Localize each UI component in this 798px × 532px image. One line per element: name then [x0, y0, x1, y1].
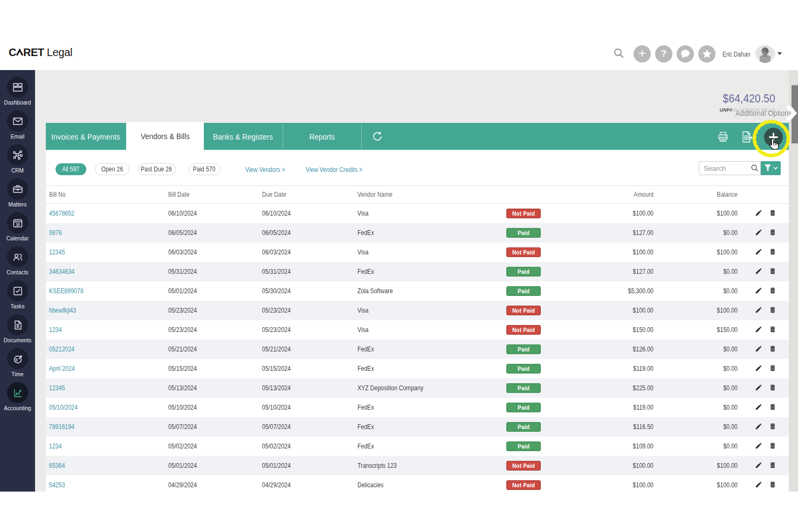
svg-text:10: 10 [16, 222, 20, 226]
svg-text:$: $ [15, 357, 18, 362]
